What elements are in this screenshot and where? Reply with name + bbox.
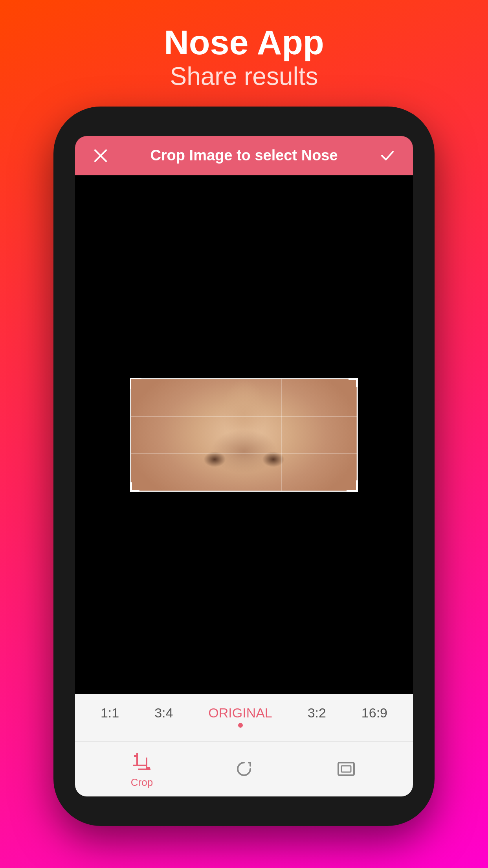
top-bar-title: Crop Image to select Nose [110, 147, 378, 164]
svg-rect-8 [338, 763, 354, 775]
toolbar-item-rotate[interactable] [232, 757, 256, 781]
toolbar-item-aspect[interactable] [334, 757, 358, 781]
ratio-bar: 1:1 3:4 ORIGINAL 3:2 16:9 [75, 694, 413, 741]
aspect-icon [334, 757, 358, 781]
top-bar: Crop Image to select Nose [75, 136, 413, 175]
svg-rect-4 [146, 758, 147, 770]
image-area [75, 175, 413, 694]
phone-screen: Crop Image to select Nose 1:1 3:4 ORIGIN… [75, 136, 413, 796]
confirm-button[interactable] [378, 146, 397, 166]
ratio-option-1-1[interactable]: 1:1 [97, 705, 123, 728]
ratio-option-original[interactable]: ORIGINAL [204, 705, 276, 728]
app-title: Nose App [164, 24, 324, 62]
bottom-toolbar: Crop [75, 741, 413, 796]
ratio-option-16-9[interactable]: 16:9 [358, 705, 391, 728]
svg-rect-2 [136, 753, 138, 765]
ratio-option-3-4[interactable]: 3:4 [150, 705, 177, 728]
app-header: Nose App Share results [164, 0, 324, 107]
ratio-options: 1:1 3:4 ORIGINAL 3:2 16:9 [75, 705, 413, 728]
rotate-icon [232, 757, 256, 781]
corner-handle-tr [349, 378, 358, 387]
nose-image [131, 379, 357, 491]
close-button[interactable] [91, 146, 110, 166]
phone-frame: Crop Image to select Nose 1:1 3:4 ORIGIN… [53, 107, 435, 826]
svg-rect-9 [341, 766, 351, 772]
app-subtitle: Share results [164, 62, 324, 91]
toolbar-item-crop[interactable]: Crop [130, 750, 154, 789]
ratio-option-3-2[interactable]: 3:2 [304, 705, 330, 728]
crop-box[interactable] [130, 378, 358, 492]
svg-rect-3 [133, 765, 146, 766]
crop-icon [130, 750, 154, 773]
corner-handle-bl [130, 482, 139, 492]
crop-label: Crop [131, 776, 153, 789]
svg-rect-5 [138, 769, 150, 770]
ratio-active-dot [238, 723, 243, 728]
